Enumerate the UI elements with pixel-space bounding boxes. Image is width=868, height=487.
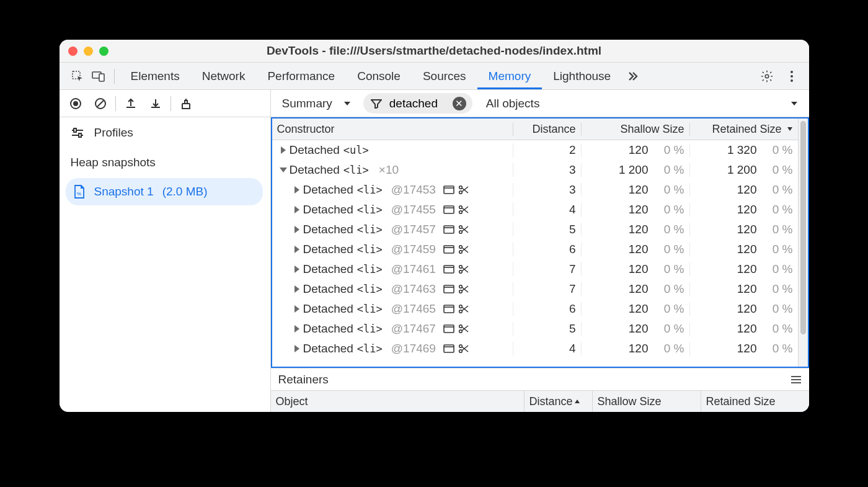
clear-button[interactable] (88, 92, 113, 115)
table-row[interactable]: Detached <li>@1745751200 %1200 % (272, 220, 798, 239)
retained-cell: 1200 % (689, 342, 798, 355)
table-row[interactable]: Detached <li>@1745961200 %1200 % (272, 239, 798, 259)
snapshot-item[interactable]: % Snapshot 1 (2.0 MB) (66, 178, 263, 205)
distance-cell: 6 (513, 302, 581, 316)
scissors-icon[interactable] (458, 244, 469, 254)
svg-point-5 (790, 75, 793, 78)
ret-col-distance[interactable]: Distance (524, 391, 592, 412)
load-profile-button[interactable] (118, 92, 143, 115)
element-panel-icon[interactable] (443, 344, 454, 353)
minimize-window-button[interactable] (84, 47, 93, 56)
retainers-menu-icon[interactable] (790, 375, 802, 384)
tab-lighthouse[interactable]: Lighthouse (542, 63, 622, 89)
disclosure-triangle-icon[interactable] (294, 226, 299, 233)
view-selector[interactable]: Summary (276, 93, 357, 114)
table-row[interactable]: Detached <li>@1746371200 %1200 % (272, 279, 798, 299)
kebab-menu-button[interactable] (782, 66, 802, 86)
scissors-icon[interactable] (458, 205, 469, 215)
object-tag: <li> (357, 283, 383, 295)
col-distance[interactable]: Distance (513, 123, 581, 136)
tab-network[interactable]: Network (191, 63, 257, 89)
titlebar: DevTools - file:///Users/stmarthe/detach… (60, 40, 809, 63)
object-tag: <li> (357, 342, 383, 355)
table-row[interactable]: Detached <li>@1746561200 %1200 % (272, 299, 798, 319)
save-profile-button[interactable] (143, 92, 168, 115)
disclosure-triangle-icon[interactable] (294, 206, 299, 213)
ret-col-shallow[interactable]: Shallow Size (592, 391, 701, 412)
zoom-window-button[interactable] (99, 47, 108, 56)
disclosure-triangle-icon[interactable] (294, 305, 299, 313)
retainers-pane: Retainers Object Distance Shallow Size R… (271, 368, 809, 412)
disclosure-triangle-icon[interactable] (280, 168, 287, 172)
element-panel-icon[interactable] (443, 185, 454, 194)
element-panel-icon[interactable] (443, 225, 454, 234)
retained-cell: 1200 % (689, 302, 798, 316)
element-panel-icon[interactable] (443, 285, 454, 293)
disclosure-triangle-icon[interactable] (294, 325, 299, 333)
scissors-icon[interactable] (458, 225, 469, 235)
table-row[interactable]: Detached <li>@1746171200 %1200 % (272, 259, 798, 279)
profiles-section[interactable]: Profiles (60, 117, 270, 147)
table-row[interactable]: Detached <li>×1031 2000 %1 2000 % (272, 160, 798, 180)
disclosure-triangle-icon[interactable] (294, 285, 299, 293)
table-row[interactable]: Detached <li>@1746751200 %1200 % (272, 319, 798, 339)
device-toolbar-icon[interactable] (88, 63, 109, 89)
scissors-icon[interactable] (458, 344, 469, 354)
sidebar-toolbar (60, 90, 270, 117)
inspect-element-icon[interactable] (67, 63, 88, 89)
ret-col-object[interactable]: Object (271, 391, 524, 412)
table-row[interactable]: Detached <ul>21200 %1 3200 % (272, 140, 798, 160)
object-scope-selector[interactable]: All objects (480, 97, 804, 110)
vertical-scrollbar[interactable] (798, 118, 808, 367)
disclosure-triangle-icon[interactable] (294, 345, 299, 352)
svg-rect-22 (444, 206, 454, 213)
element-panel-icon[interactable] (443, 305, 454, 313)
more-tabs-button[interactable] (622, 66, 642, 86)
scissors-icon[interactable] (458, 284, 469, 294)
table-row[interactable]: Detached <li>@1746941200 %1200 % (272, 339, 798, 359)
scroll-thumb[interactable] (800, 121, 806, 334)
row-actions (443, 225, 469, 235)
ret-col-retained[interactable]: Retained Size (701, 391, 809, 412)
col-shallow[interactable]: Shallow Size (581, 123, 689, 136)
disclosure-triangle-icon[interactable] (294, 246, 299, 253)
garbage-collect-button[interactable] (174, 92, 198, 115)
scissors-icon[interactable] (458, 304, 469, 314)
divider (115, 96, 116, 111)
close-window-button[interactable] (68, 47, 78, 56)
tab-sources[interactable]: Sources (412, 63, 477, 89)
sliders-icon (71, 127, 84, 139)
element-panel-icon[interactable] (443, 324, 454, 333)
table-row[interactable]: Detached <li>@1745331200 %1200 % (272, 180, 798, 200)
tab-console[interactable]: Console (346, 63, 412, 89)
tab-performance[interactable]: Performance (256, 63, 346, 89)
element-panel-icon[interactable] (443, 265, 454, 274)
disclosure-triangle-icon[interactable] (281, 146, 286, 154)
class-filter[interactable]: ✕ (363, 93, 472, 114)
tab-elements[interactable]: Elements (120, 63, 191, 89)
devtools-window: DevTools - file:///Users/stmarthe/detach… (60, 40, 809, 412)
snapshot-name: Snapshot 1 (94, 185, 154, 199)
scissors-icon[interactable] (458, 264, 469, 274)
disclosure-triangle-icon[interactable] (294, 186, 299, 194)
scissors-icon[interactable] (458, 185, 469, 195)
element-panel-icon[interactable] (443, 245, 454, 254)
object-id: @17453 (391, 183, 436, 197)
scissors-icon[interactable] (458, 324, 469, 334)
profiles-label: Profiles (94, 126, 133, 140)
distance-cell: 6 (513, 243, 581, 256)
row-actions (443, 344, 469, 354)
element-panel-icon[interactable] (443, 205, 454, 214)
settings-button[interactable] (757, 66, 777, 86)
disclosure-triangle-icon[interactable] (294, 266, 299, 273)
chevron-down-icon (343, 101, 351, 107)
table-row[interactable]: Detached <li>@1745541200 %1200 % (272, 200, 798, 220)
record-button[interactable] (63, 92, 88, 115)
svg-rect-13 (74, 128, 76, 132)
distance-cell: 2 (513, 143, 581, 157)
col-retained[interactable]: Retained Size (689, 123, 798, 136)
col-constructor[interactable]: Constructor (272, 123, 513, 136)
tab-memory[interactable]: Memory (477, 63, 542, 89)
clear-filter-button[interactable]: ✕ (453, 97, 466, 110)
class-filter-input[interactable] (389, 97, 445, 110)
